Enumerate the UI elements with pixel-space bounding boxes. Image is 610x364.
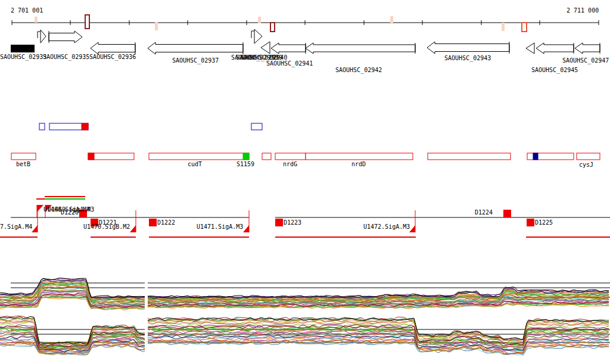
d-site-label-D1222[interactable]: D1222 [157, 219, 175, 226]
operon-label-cudT[interactable]: cudT [188, 161, 202, 167]
gene-label-SAOUHSC_02935[interactable]: SAOUHSC_02935 [43, 54, 89, 60]
transcription-unit-label-U1472.SigA.M3[interactable]: U1472.SigA.M3 [363, 223, 410, 230]
gene-label-SAOUHSC_02941[interactable]: SAOUHSC_02941 [266, 60, 313, 67]
d-site-label-D1225[interactable]: D1225 [535, 219, 553, 226]
gene-label-SAOUHSC_02933[interactable]: SAOUHSC_02933 [0, 54, 46, 60]
gene-label-SAOUHSC_02937[interactable]: SAOUHSC_02937 [172, 57, 219, 64]
operon-label-betB[interactable]: betB [16, 161, 30, 167]
tu-label-overlapping[interactable]: U1469.SigA.M3 [48, 206, 94, 213]
ruler-end-coordinate: 2 711 000 [567, 7, 599, 14]
operon-label-nrdG[interactable]: nrdG [283, 161, 297, 167]
gene-label-SAOUHSC_02943[interactable]: SAOUHSC_02943 [444, 55, 491, 61]
gene-label-SAOUHSC_02936[interactable]: SAOUHSC_02936 [89, 54, 136, 60]
gene-label-SAOUHSC_02945[interactable]: SAOUHSC_02945 [531, 67, 578, 73]
labels-layer: 2 701 001 2 711 000 SAOUHSC_02933SAOUHSC… [0, 0, 610, 364]
d-site-label-D1224[interactable]: D1224 [475, 209, 493, 216]
gene-label-SAOUHSC_02947[interactable]: SAOUHSC_02947 [562, 57, 609, 64]
operon-label-nrdD[interactable]: nrdD [351, 161, 366, 167]
transcription-unit-label-U1470.SigB.M2[interactable]: U1470.SigB.M2 [83, 223, 130, 230]
transcription-unit-label-7.SigA.M4[interactable]: 7.SigA.M4 [0, 223, 32, 230]
d-site-label-D1223[interactable]: D1223 [284, 219, 301, 226]
genome-browser-view: 2 701 001 2 711 000 SAOUHSC_02933SAOUHSC… [0, 0, 610, 364]
operon-label-cysJ[interactable]: cysJ [579, 161, 593, 168]
operon-label-S1159[interactable]: S1159 [236, 161, 254, 167]
gene-label-SAOUHSC_02942[interactable]: SAOUHSC_02942 [335, 67, 382, 73]
ruler-start-coordinate: 2 701 001 [11, 7, 43, 14]
transcription-unit-label-U1471.SigA.M3[interactable]: U1471.SigA.M3 [197, 223, 243, 230]
